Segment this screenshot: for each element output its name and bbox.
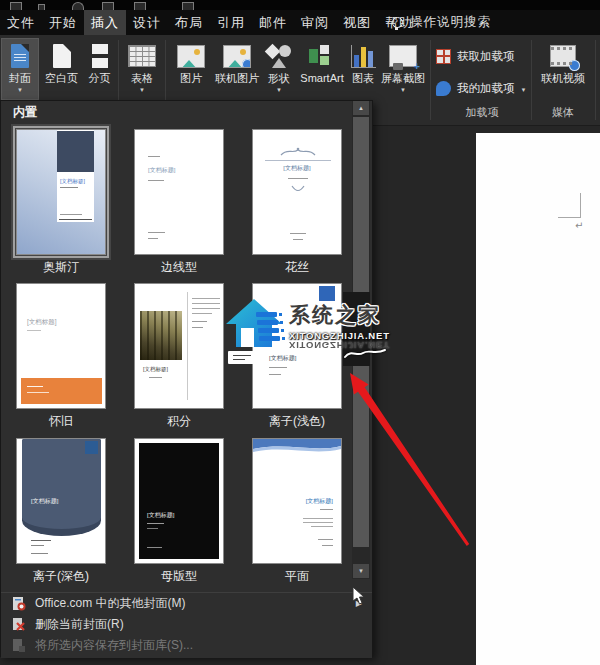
scroll-down-button[interactable]: ▼ bbox=[353, 564, 369, 578]
chart-icon bbox=[351, 41, 376, 71]
online-pictures-icon bbox=[223, 41, 251, 71]
placeholder-line bbox=[60, 187, 78, 188]
online-video-icon bbox=[550, 41, 576, 71]
screenshot-button[interactable]: + 屏幕截图 ▼ bbox=[379, 39, 427, 99]
menu-item-remove-cover[interactable]: 删除当前封面(R) bbox=[1, 614, 372, 635]
cover-page-icon bbox=[11, 41, 29, 71]
placeholder-line bbox=[192, 303, 220, 304]
cover-template-ion-light[interactable]: [文档标题] 离子(浅色) bbox=[252, 283, 342, 428]
thumb-decoration bbox=[21, 378, 102, 404]
tab-file[interactable]: 文件 bbox=[0, 10, 42, 35]
placeholder-line bbox=[322, 545, 333, 546]
placeholder-line bbox=[318, 539, 333, 540]
online-pictures-button[interactable]: 联机图片 bbox=[212, 39, 262, 99]
store-icon bbox=[436, 49, 451, 64]
cover-page-button[interactable]: 封面 ▼ bbox=[2, 39, 38, 99]
thumb-decoration bbox=[319, 286, 335, 301]
placeholder-line bbox=[303, 522, 333, 523]
placeholder-line bbox=[293, 239, 303, 240]
placeholder-line bbox=[269, 374, 281, 375]
placeholder-line bbox=[290, 233, 306, 234]
tell-me-label: 操作说明搜索 bbox=[410, 14, 491, 31]
smartart-icon bbox=[309, 41, 335, 71]
tab-layout[interactable]: 布局 bbox=[168, 10, 210, 35]
scrollbar-thumb[interactable] bbox=[353, 117, 369, 547]
gallery-section-header: 内置 bbox=[1, 101, 372, 123]
cover-template-label: 平面 bbox=[238, 568, 356, 585]
pictures-button[interactable]: 图片 bbox=[171, 39, 211, 99]
placeholder-line bbox=[148, 232, 165, 233]
cover-thumbnail: [文档标题] bbox=[16, 283, 106, 409]
paragraph-mark: ↵ bbox=[575, 220, 583, 231]
table-icon bbox=[128, 41, 156, 71]
cover-template-ion-dark[interactable]: [文档标题] 离子(深色) bbox=[16, 438, 106, 583]
cover-template-master[interactable]: [文档标题] 母版型 bbox=[134, 438, 224, 583]
cover-template-label: 离子(浅色) bbox=[238, 413, 356, 430]
thumb-decoration bbox=[187, 292, 188, 400]
word-window: 文件 开始 插入 设计 布局 引用 邮件 审阅 视图 帮助 操作说明搜索 封面 … bbox=[0, 0, 600, 665]
placeholder-line bbox=[149, 377, 162, 378]
placeholder-line bbox=[265, 160, 331, 161]
my-addins-button[interactable]: 我的加载项 ▼ bbox=[436, 77, 526, 99]
placeholder-line bbox=[269, 367, 287, 368]
tab-design[interactable]: 设计 bbox=[126, 10, 168, 35]
gallery-scrollbar[interactable]: ▲ ▼ bbox=[352, 101, 370, 579]
chevron-down-icon: ▼ bbox=[400, 86, 406, 94]
tab-view[interactable]: 视图 bbox=[336, 10, 378, 35]
tab-review[interactable]: 审阅 bbox=[294, 10, 336, 35]
tab-references[interactable]: 引用 bbox=[210, 10, 252, 35]
placeholder-line bbox=[27, 386, 43, 387]
cover-template-sideline[interactable]: [文档标题] 边线型 bbox=[134, 129, 224, 274]
cover-template-label: 花丝 bbox=[238, 259, 356, 276]
margin-corner-mark bbox=[580, 193, 581, 218]
placeholder-line bbox=[311, 526, 333, 527]
placeholder-line bbox=[192, 321, 207, 322]
cover-template-facet[interactable]: [文档标题] 平面 bbox=[252, 438, 342, 583]
chart-button[interactable]: 图表 bbox=[348, 39, 378, 99]
addin-icon bbox=[436, 81, 451, 96]
cover-template-filigree[interactable]: [文档标题] 花丝 bbox=[252, 129, 342, 274]
placeholder-line bbox=[320, 509, 333, 510]
blank-page-button[interactable]: 空白页 bbox=[40, 39, 83, 99]
group-label-addins: 加载项 bbox=[436, 105, 528, 120]
ribbon-separator bbox=[430, 40, 431, 120]
cover-template-austin[interactable]: [文档标题] 奥斯汀 bbox=[16, 129, 106, 274]
thumb-decoration: [文档标题] bbox=[139, 443, 219, 559]
cover-template-retrospect[interactable]: [文档标题] 怀旧 bbox=[16, 283, 106, 428]
tab-home[interactable]: 开始 bbox=[42, 10, 84, 35]
table-button[interactable]: 表格 ▼ bbox=[122, 39, 162, 99]
tell-me-search[interactable]: 操作说明搜索 bbox=[392, 10, 491, 35]
office-cover-icon bbox=[11, 596, 26, 611]
cover-template-label: 边线型 bbox=[120, 259, 238, 276]
cover-thumbnail: [文档标题] bbox=[134, 283, 224, 409]
flourish-ornament-icon bbox=[291, 184, 305, 193]
menu-item-save-selection[interactable]: 将所选内容保存到封面库(S)... bbox=[1, 635, 372, 656]
cover-template-integral[interactable]: [文档标题] 积分 bbox=[134, 283, 224, 428]
cover-thumbnail: [文档标题] bbox=[134, 129, 224, 255]
chevron-down-icon: ▼ bbox=[521, 86, 527, 94]
tab-mailings[interactable]: 邮件 bbox=[252, 10, 294, 35]
placeholder-line bbox=[148, 156, 160, 157]
thumb-photo bbox=[140, 311, 182, 360]
smartart-button[interactable]: SmartArt bbox=[296, 39, 348, 99]
online-video-button[interactable]: 联机视频 bbox=[537, 39, 589, 99]
tab-insert[interactable]: 插入 bbox=[84, 10, 126, 35]
shapes-button[interactable]: 形状 ▼ bbox=[263, 39, 295, 99]
menu-item-more-covers[interactable]: Office.com 中的其他封面(M) ▶ bbox=[1, 593, 372, 614]
document-page[interactable]: ↵ bbox=[476, 133, 600, 665]
placeholder-line bbox=[148, 180, 164, 181]
submenu-arrow-icon: ▶ bbox=[356, 599, 362, 608]
scroll-up-button[interactable]: ▲ bbox=[353, 101, 369, 115]
cover-template-label: 怀旧 bbox=[2, 413, 120, 430]
cover-template-label: 母版型 bbox=[120, 568, 238, 585]
placeholder-line bbox=[27, 330, 41, 331]
get-addins-button[interactable]: 获取加载项 bbox=[436, 45, 515, 67]
cover-thumbnail: [文档标题] bbox=[16, 129, 106, 255]
placeholder-line bbox=[147, 523, 164, 524]
chevron-down-icon: ▼ bbox=[276, 86, 282, 94]
placeholder-line bbox=[27, 392, 49, 393]
chevron-down-icon: ▼ bbox=[17, 86, 23, 94]
page-break-button[interactable]: 分页 bbox=[84, 39, 115, 99]
placeholder-line bbox=[192, 327, 203, 328]
gallery-footer-menu: Office.com 中的其他封面(M) ▶ 删除当前封面(R) 将所选内容保存… bbox=[1, 592, 372, 658]
